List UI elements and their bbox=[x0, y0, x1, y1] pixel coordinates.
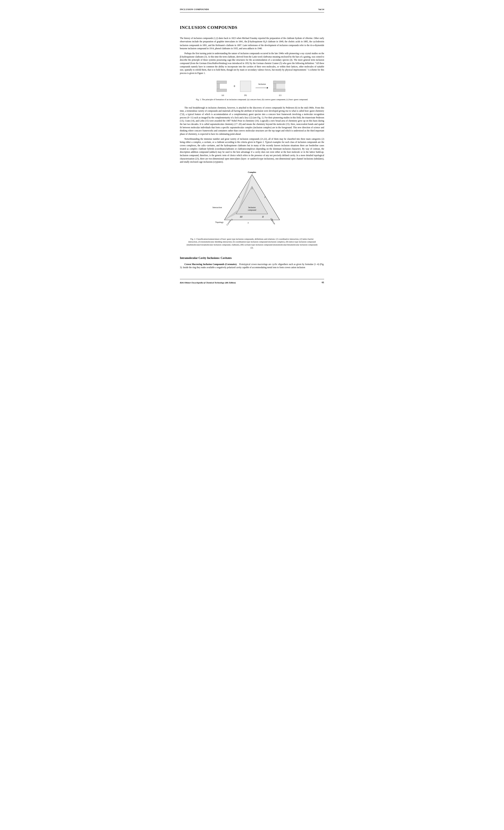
header-vol: Vol 14 bbox=[318, 8, 324, 11]
subsection-bold: Crown Macroring Inclusion Compounds (Cor… bbox=[184, 263, 237, 265]
fig1-label-c: (c) bbox=[279, 94, 281, 97]
num-3: 3 bbox=[231, 218, 232, 221]
svg-rect-1 bbox=[217, 81, 227, 84]
num-2b: 2 bbox=[272, 218, 273, 221]
fig1-label-a: (a) bbox=[222, 94, 224, 97]
fig1-arrow-head: ► bbox=[266, 86, 269, 90]
svg-rect-9 bbox=[276, 84, 285, 89]
inclusion-compound-label: Inclusion bbox=[248, 206, 256, 209]
fig1-label-b: (b) bbox=[244, 94, 247, 97]
figure-2-svg: Complex I 1 2 Interaction Inclusion comp… bbox=[209, 168, 295, 232]
figure-1-diagram: (a) + (b) Inclusion ► bbox=[180, 80, 324, 97]
fig1-plus: + bbox=[233, 84, 235, 89]
page-header: INCLUSION COMPOUNDS Vol 14 bbox=[180, 8, 324, 12]
body-paragraphs-2: The real breakthrough in inclusion chemi… bbox=[180, 106, 324, 164]
footer-encyclopedia: Kirk-Othmer Encyclopedia of Chemical Tec… bbox=[180, 281, 236, 284]
paragraph-5: Crown Macroring Inclusion Compounds (Cor… bbox=[180, 263, 324, 269]
roman-III: III bbox=[240, 215, 243, 218]
paragraph-1: The history of inclusion compounds (1,2)… bbox=[180, 37, 324, 50]
fig1-part-a: (a) bbox=[216, 80, 230, 97]
roman-I: I bbox=[251, 187, 253, 190]
fig1-arrow-line bbox=[256, 88, 266, 88]
fig1-arrow-label: Inclusion bbox=[258, 83, 266, 86]
page-footer: Kirk-Othmer Encyclopedia of Chemical Tec… bbox=[180, 279, 324, 284]
complex-label: Complex bbox=[248, 171, 256, 173]
num-3b: 3 bbox=[248, 222, 249, 224]
section-body: Crown Macroring Inclusion Compounds (Cor… bbox=[180, 263, 324, 269]
figure-2-caption: Fig. 2. Classification/nomenclature of h… bbox=[180, 238, 324, 249]
figure-1: (a) + (b) Inclusion ► bbox=[180, 80, 324, 101]
paragraph-4: Notwithstanding the immense number and g… bbox=[180, 137, 324, 164]
figure-2: Complex I 1 2 Interaction Inclusion comp… bbox=[180, 168, 324, 233]
paragraph-2: Perhaps the first turning point in under… bbox=[180, 52, 324, 75]
header-title: INCLUSION COMPOUNDS bbox=[180, 8, 209, 11]
footer-page: 61 bbox=[322, 281, 324, 284]
svg-rect-2 bbox=[217, 89, 227, 92]
fig1-arrow: Inclusion ► bbox=[256, 83, 269, 90]
fig1-part-c: (c) bbox=[272, 80, 288, 97]
figure-1-caption: Fig. 1. The principle of formation of an… bbox=[180, 98, 324, 101]
roman-II: II bbox=[262, 215, 264, 218]
svg-rect-4 bbox=[240, 81, 251, 92]
svg-rect-8 bbox=[273, 89, 285, 92]
section-heading-cavitates: Intramolecular Cavity Inclusions: Cavita… bbox=[180, 256, 324, 260]
intro-paragraphs: The history of inclusion compounds (1,2)… bbox=[180, 37, 324, 75]
interaction-label: Interaction bbox=[213, 206, 222, 209]
topology-label: Topology bbox=[215, 221, 224, 223]
fig1-arrow-line-container: ► bbox=[256, 86, 269, 90]
num-1: 1 bbox=[239, 196, 240, 198]
svg-text:compound: compound bbox=[248, 209, 256, 211]
svg-rect-7 bbox=[273, 81, 285, 84]
paragraph-3: The real breakthrough in inclusion chemi… bbox=[180, 106, 324, 136]
fig1-part-b: (b) bbox=[239, 80, 252, 97]
num-2: 2 bbox=[264, 196, 265, 198]
cavitate-label: Cavitate bbox=[226, 219, 231, 226]
article-title: INCLUSION COMPOUNDS bbox=[180, 24, 324, 31]
